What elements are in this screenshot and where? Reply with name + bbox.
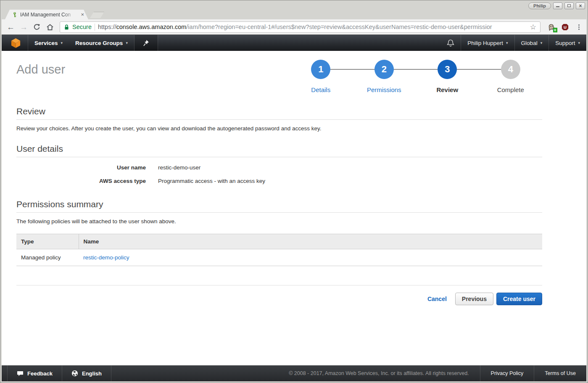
field-label: AWS access type bbox=[16, 178, 146, 184]
step-permissions[interactable]: 2 Permissions bbox=[353, 60, 416, 93]
tab-strip: IAM Management Con × bbox=[2, 10, 586, 19]
browser-toolbar: ← → Secure https://console.aws.amazon.co… bbox=[2, 19, 586, 34]
forward-icon: → bbox=[18, 23, 29, 31]
region-menu[interactable]: Global ▾ bbox=[515, 35, 549, 51]
window-minimize-button[interactable] bbox=[553, 3, 562, 9]
speech-bubble-icon bbox=[17, 370, 24, 377]
support-label: Support bbox=[555, 40, 575, 46]
step-label: Details bbox=[311, 86, 330, 93]
ublock-extension-icon[interactable]: U bbox=[560, 22, 570, 32]
field-value: Programmatic access - with an access key bbox=[158, 178, 265, 184]
globe-icon bbox=[71, 370, 78, 377]
support-menu[interactable]: Support ▾ bbox=[549, 35, 586, 51]
wizard-actions: Cancel Previous Create user bbox=[16, 293, 542, 305]
cancel-button[interactable]: Cancel bbox=[427, 296, 447, 302]
copyright-text: © 2008 - 2017, Amazon Web Services, Inc.… bbox=[289, 365, 480, 381]
window-maximize-button[interactable] bbox=[564, 3, 574, 9]
resource-groups-label: Resource Groups bbox=[75, 40, 123, 46]
table-row: Managed policy restic-demo-policy bbox=[16, 249, 542, 266]
permissions-description: The following policies will be attached … bbox=[16, 218, 542, 225]
aws-cube-icon bbox=[11, 37, 21, 49]
user-menu-label: Philip Huppert bbox=[467, 40, 503, 46]
back-icon[interactable]: ← bbox=[5, 23, 16, 31]
field-value: restic-demo-user bbox=[158, 164, 200, 171]
user-details-heading: User details bbox=[16, 144, 542, 154]
bookmark-star-icon[interactable]: ☆ bbox=[530, 23, 536, 32]
divider bbox=[16, 119, 542, 120]
aws-footer: Feedback English © 2008 - 2017, Amazon W… bbox=[2, 365, 586, 381]
policy-name-link[interactable]: restic-demo-policy bbox=[83, 254, 129, 261]
chevron-down-icon: ▾ bbox=[541, 41, 543, 45]
step-circle: 4 bbox=[501, 60, 520, 79]
key-favicon-icon bbox=[12, 12, 18, 18]
create-user-button[interactable]: Create user bbox=[496, 293, 542, 305]
privacy-policy-link[interactable]: Privacy Policy bbox=[480, 365, 534, 381]
column-header-type: Type bbox=[16, 234, 79, 249]
divider bbox=[16, 212, 542, 213]
policies-table: Type Name Managed policy restic-demo-pol… bbox=[16, 234, 542, 266]
aws-logo[interactable] bbox=[2, 35, 28, 51]
tab-close-icon[interactable]: × bbox=[80, 12, 85, 17]
terms-of-use-link[interactable]: Terms of Use bbox=[534, 365, 586, 381]
permissions-heading: Permissions summary bbox=[16, 199, 542, 209]
url-bar[interactable]: Secure https://console.aws.amazon.com/ia… bbox=[60, 21, 541, 33]
previous-button[interactable]: Previous bbox=[455, 293, 493, 305]
bell-icon bbox=[447, 39, 454, 47]
step-circle: 3 bbox=[438, 60, 457, 79]
region-label: Global bbox=[521, 40, 538, 46]
browser-menu-icon[interactable] bbox=[576, 24, 582, 30]
ghostery-extension-icon[interactable]: 0 bbox=[546, 22, 556, 32]
url-divider bbox=[95, 24, 95, 31]
column-header-name: Name bbox=[79, 234, 542, 249]
language-button[interactable]: English bbox=[62, 365, 111, 381]
page-title: Add user bbox=[16, 63, 65, 77]
chevron-down-icon: ▾ bbox=[506, 41, 508, 45]
close-icon: × bbox=[579, 4, 582, 8]
services-menu[interactable]: Services ▾ bbox=[28, 35, 69, 51]
url-domain: console.aws.amazon.com bbox=[116, 24, 186, 30]
table-header-row: Type Name bbox=[16, 234, 542, 249]
feedback-button[interactable]: Feedback bbox=[7, 365, 62, 381]
minimize-icon bbox=[556, 4, 559, 7]
reload-icon[interactable] bbox=[31, 24, 42, 31]
divider bbox=[16, 285, 542, 285]
policy-type-cell: Managed policy bbox=[16, 249, 79, 266]
user-menu[interactable]: Philip Huppert ▾ bbox=[461, 35, 514, 51]
svg-text:U: U bbox=[564, 25, 567, 29]
step-details[interactable]: 1 Details bbox=[289, 60, 353, 93]
field-user-name: User name restic-demo-user bbox=[16, 164, 542, 171]
tab-title: IAM Management Con bbox=[20, 12, 77, 18]
wizard-header: Add user 1 Details 2 Permissions 3 Revie… bbox=[16, 60, 542, 93]
chevron-down-icon: ▾ bbox=[578, 41, 580, 45]
nav-separator bbox=[158, 35, 158, 51]
step-complete: 4 Complete bbox=[479, 60, 543, 93]
step-review[interactable]: 3 Review bbox=[416, 60, 479, 93]
step-circle: 1 bbox=[311, 60, 330, 79]
step-label: Review bbox=[436, 86, 458, 93]
step-label: Complete bbox=[497, 86, 524, 93]
page-content: Add user 1 Details 2 Permissions 3 Revie… bbox=[2, 51, 586, 365]
home-icon[interactable] bbox=[44, 24, 55, 31]
services-label: Services bbox=[34, 40, 58, 46]
review-heading: Review bbox=[16, 106, 542, 116]
wizard-steps: 1 Details 2 Permissions 3 Review 4 Compl… bbox=[289, 60, 542, 93]
secure-label: Secure bbox=[72, 24, 92, 30]
url-scheme: https:// bbox=[98, 24, 116, 30]
window-close-button[interactable]: × bbox=[576, 3, 585, 9]
new-tab-button[interactable] bbox=[90, 12, 104, 18]
chevron-down-icon: ▾ bbox=[126, 41, 128, 45]
resource-groups-menu[interactable]: Resource Groups ▾ bbox=[69, 35, 134, 51]
lock-icon bbox=[64, 24, 69, 30]
maximize-icon bbox=[567, 4, 571, 7]
url-path: /iam/home?region=eu-central-1#/users$new… bbox=[186, 24, 492, 30]
language-label: English bbox=[82, 370, 102, 377]
field-access-type: AWS access type Programmatic access - wi… bbox=[16, 178, 542, 184]
notifications-button[interactable] bbox=[440, 35, 461, 51]
pin-shortcut-button[interactable] bbox=[134, 35, 158, 51]
pushpin-icon bbox=[143, 40, 149, 47]
divider bbox=[16, 157, 542, 157]
browser-window: Philip × IAM Management Con × ← → bbox=[0, 0, 588, 383]
tab-iam-console[interactable]: IAM Management Con × bbox=[5, 10, 88, 19]
ghostery-badge: 0 bbox=[553, 28, 557, 32]
url-text: https://console.aws.amazon.com/iam/home?… bbox=[98, 24, 525, 30]
